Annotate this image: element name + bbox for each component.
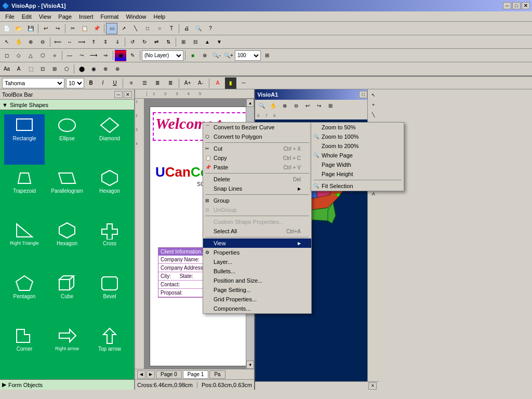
shape-cross[interactable]: Cross xyxy=(89,219,130,270)
menu-page[interactable]: Page xyxy=(55,12,75,21)
ctx-cut[interactable]: ✂ Cut Ctrl + X xyxy=(203,144,311,153)
zoom-in-tool[interactable]: ⊕ xyxy=(25,36,36,48)
shape-parallelogram[interactable]: Parallelogram xyxy=(47,167,87,217)
ctx-convert-polygon[interactable]: ⬡ Convert to Polygon xyxy=(203,132,311,141)
sub-zoom-100[interactable]: 🔍 Zoom to 100% xyxy=(311,132,404,141)
shape-tool-5[interactable]: ⟡ xyxy=(49,50,60,61)
align-right[interactable]: ⟹ xyxy=(76,36,87,48)
ctx-position-size[interactable]: Position and Size... xyxy=(203,276,311,285)
map-close-btn[interactable]: ✕ xyxy=(368,382,377,390)
save-button[interactable]: 💾 xyxy=(25,23,36,34)
map-right-tool-1[interactable]: ↖ xyxy=(369,90,378,100)
flip-h[interactable]: ⇄ xyxy=(151,36,162,48)
maximize-button[interactable]: □ xyxy=(512,2,521,9)
redo-button[interactable]: ↪ xyxy=(52,23,63,34)
menu-insert[interactable]: Insert xyxy=(76,12,97,21)
italic-button[interactable]: I xyxy=(98,77,108,89)
align-left[interactable]: ⟸ xyxy=(52,36,63,48)
shape-bevel[interactable]: Bevel xyxy=(89,272,130,323)
scroll-tabs-right[interactable]: ▶ xyxy=(147,370,155,379)
sub-zoom-50[interactable]: Zoom to 50% xyxy=(311,123,404,132)
shape-tool-3[interactable]: △ xyxy=(25,50,36,61)
shape-tool-4[interactable]: ⬡ xyxy=(37,50,48,61)
sub-page-height[interactable]: Page Height xyxy=(311,169,404,179)
shape-tool-1[interactable]: ◻ xyxy=(1,50,12,61)
text-tool-3[interactable]: ⬚ xyxy=(25,63,36,75)
ctx-snap-lines[interactable]: Snap Lines ▶ xyxy=(203,184,311,193)
color-btn-2[interactable]: ⊛ xyxy=(199,50,210,61)
ctx-layer[interactable]: Layer... xyxy=(203,257,311,267)
menu-window[interactable]: Window xyxy=(123,12,149,21)
align-bottom[interactable]: ⇓ xyxy=(112,36,123,48)
menu-format[interactable]: Format xyxy=(98,12,122,21)
map-tool-7[interactable]: ⊞ xyxy=(325,100,336,111)
select-button[interactable]: ▭ xyxy=(106,23,117,34)
ellipse-button[interactable]: ○ xyxy=(154,23,165,34)
rotate-left[interactable]: ↺ xyxy=(127,36,138,48)
color-line[interactable]: ✎ xyxy=(127,50,138,61)
menu-help[interactable]: Help xyxy=(151,12,169,21)
toolbox-close[interactable]: ✕ xyxy=(124,91,132,98)
sub-page-width[interactable]: Page Width xyxy=(311,160,404,169)
arrow-button[interactable]: ↗ xyxy=(118,23,129,34)
line-button[interactable]: ╲ xyxy=(130,23,141,34)
shape-trapezoid[interactable]: Trapezoid xyxy=(4,167,45,217)
front-btn[interactable]: ▲ xyxy=(202,36,213,48)
pointer-tool[interactable]: ↖ xyxy=(1,36,12,48)
text-button[interactable]: T xyxy=(166,23,177,34)
text-tool-1[interactable]: Aa xyxy=(1,63,12,75)
shape-pentagon[interactable]: Pentagon xyxy=(4,272,45,323)
rect-button[interactable]: □ xyxy=(142,23,153,34)
connector-2[interactable]: ⤳ xyxy=(76,50,87,61)
back-btn[interactable]: ▼ xyxy=(214,36,225,48)
map-tool-3[interactable]: ⊕ xyxy=(279,100,290,111)
connector-4[interactable]: ⇒ xyxy=(100,50,111,61)
copy-button[interactable]: 📋 xyxy=(79,23,90,34)
group-btn[interactable]: ⊞ xyxy=(178,36,189,48)
map-tool-4[interactable]: ⊖ xyxy=(290,100,302,111)
highlight-btn[interactable]: ▮ xyxy=(225,77,236,89)
ctx-group[interactable]: ⊞ Group xyxy=(203,196,311,205)
shape-rectangle[interactable]: Rectangle xyxy=(4,114,45,165)
menu-view[interactable]: View xyxy=(36,12,55,21)
map-restore[interactable]: □ xyxy=(359,91,367,98)
color-btn-1[interactable]: ■ xyxy=(187,50,198,61)
font-family-select[interactable]: Tahoma xyxy=(2,78,64,88)
ctx-bullets[interactable]: Bullets... xyxy=(203,267,311,276)
page-tab-pa[interactable]: Pa xyxy=(209,370,225,379)
pan-tool[interactable]: ✋ xyxy=(13,36,24,48)
fit-page[interactable]: ⊞ xyxy=(261,50,273,61)
toolbox-minimize[interactable]: ─ xyxy=(114,91,123,98)
line-color-btn[interactable]: ─ xyxy=(238,77,249,89)
new-button[interactable]: 📄 xyxy=(1,23,12,34)
rotate-right[interactable]: ↻ xyxy=(139,36,150,48)
decrease-font[interactable]: A- xyxy=(195,77,206,89)
print-button[interactable]: 🖨 xyxy=(181,23,192,34)
layer-select[interactable]: (No Layer) xyxy=(142,50,183,61)
align-top[interactable]: ⇑ xyxy=(88,36,99,48)
paste-button[interactable]: 📌 xyxy=(91,23,102,34)
connector-3[interactable]: ⟶ xyxy=(88,50,99,61)
shape-right-arrow[interactable]: Right arrow xyxy=(47,325,87,375)
ungroup-btn[interactable]: ⊟ xyxy=(190,36,201,48)
map-right-tool-3[interactable]: ╲ xyxy=(369,110,378,119)
help-button[interactable]: ? xyxy=(205,23,216,34)
ctx-page-setting[interactable]: Page Setting... xyxy=(203,285,311,295)
misc-4[interactable]: ⊗ xyxy=(112,63,123,75)
misc-3[interactable]: ⊕ xyxy=(100,63,111,75)
scroll-down-btn[interactable]: ▼ xyxy=(246,361,254,369)
text-tool-5[interactable]: ⊞ xyxy=(49,63,60,75)
sub-whole-page[interactable]: 🔍 Whole Page xyxy=(311,151,404,160)
ctx-components[interactable]: Components... xyxy=(203,304,311,313)
zoom-button[interactable]: 🔍 xyxy=(193,23,204,34)
shape-top-arrow[interactable]: Top arrow xyxy=(89,325,130,375)
align-justify-text[interactable]: ≣ xyxy=(165,77,176,89)
open-button[interactable]: 📂 xyxy=(13,23,24,34)
sub-zoom-200[interactable]: Zoom to 200% xyxy=(311,141,404,151)
bold-button[interactable]: B xyxy=(86,77,96,89)
ctx-view[interactable]: View ▶ xyxy=(203,238,311,248)
shape-tool-2[interactable]: ◇ xyxy=(13,50,24,61)
shape-cube[interactable]: Cube xyxy=(47,272,87,323)
flip-v[interactable]: ⇅ xyxy=(163,36,174,48)
ctx-paste[interactable]: 📌 Paste Ctrl + V xyxy=(203,163,311,172)
